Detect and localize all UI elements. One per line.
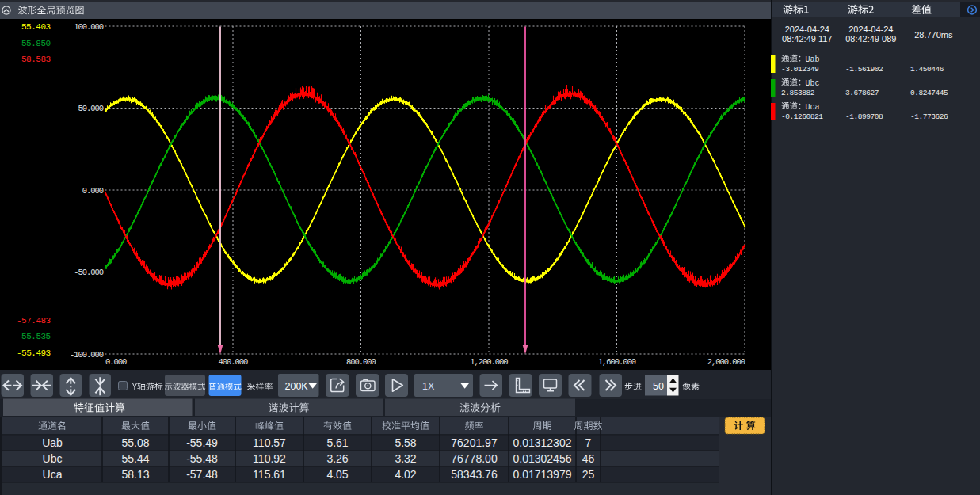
svg-text:4.02: 4.02	[395, 468, 416, 481]
svg-text:55.44: 55.44	[121, 452, 149, 465]
svg-text:-0.1260821: -0.1260821	[781, 112, 823, 121]
svg-text:58343.76: 58343.76	[451, 468, 498, 481]
svg-text:-57.48: -57.48	[186, 468, 218, 481]
svg-text:Uca: Uca	[806, 103, 820, 112]
svg-text:-28.770ms: -28.770ms	[912, 30, 953, 40]
svg-text:46: 46	[582, 452, 595, 465]
svg-text:-1.773626: -1.773626	[910, 112, 948, 121]
svg-text:-55.493: -55.493	[17, 348, 51, 358]
svg-text:0.01713979: 0.01713979	[513, 468, 572, 481]
svg-text:58.583: 58.583	[21, 55, 51, 64]
svg-text:0.000: 0.000	[82, 186, 104, 196]
svg-text:55.08: 55.08	[121, 436, 149, 449]
svg-text:Ubc: Ubc	[43, 452, 63, 465]
svg-text:7: 7	[585, 436, 592, 449]
svg-text:1X: 1X	[422, 381, 435, 392]
svg-text:3.26: 3.26	[326, 452, 348, 465]
svg-text:Uab: Uab	[42, 436, 63, 449]
svg-text:1,200.000: 1,200.000	[470, 357, 508, 367]
svg-text:-100.000: -100.000	[70, 350, 104, 360]
svg-text:2024-04-24: 2024-04-24	[785, 25, 829, 34]
svg-text:3.678627: 3.678627	[845, 89, 879, 97]
svg-text:55.850: 55.850	[21, 39, 51, 48]
svg-text:50: 50	[653, 381, 664, 392]
svg-text:400.000: 400.000	[219, 357, 249, 367]
svg-text:-55.535: -55.535	[17, 332, 51, 341]
svg-text:2.853882: 2.853882	[781, 89, 815, 97]
svg-text:-50.000: -50.000	[74, 268, 104, 277]
svg-text:Uca: Uca	[43, 468, 63, 481]
svg-text:25: 25	[582, 468, 595, 481]
svg-text:1.450446: 1.450446	[910, 65, 944, 74]
svg-text:3.32: 3.32	[395, 452, 416, 465]
svg-text:58.13: 58.13	[121, 468, 149, 481]
svg-text:55.403: 55.403	[21, 22, 51, 32]
svg-text:-3.012349: -3.012349	[781, 65, 819, 74]
svg-text:50.000: 50.000	[78, 104, 103, 113]
svg-text:800.000: 800.000	[346, 357, 376, 367]
svg-text:-1.899708: -1.899708	[845, 112, 883, 121]
svg-text:200K: 200K	[285, 381, 309, 392]
svg-text:0.01302456: 0.01302456	[513, 452, 572, 465]
svg-text:100.000: 100.000	[74, 22, 104, 32]
svg-text:5.58: 5.58	[395, 436, 416, 449]
svg-text:-55.49: -55.49	[186, 436, 218, 449]
svg-text:4.05: 4.05	[326, 468, 348, 481]
svg-text:0.000: 0.000	[105, 357, 127, 367]
svg-text:110.57: 110.57	[253, 436, 286, 449]
svg-text:2024-04-24: 2024-04-24	[848, 25, 893, 34]
svg-text:76778.00: 76778.00	[451, 452, 498, 465]
svg-text:-57.483: -57.483	[17, 316, 51, 326]
svg-text:0.01312302: 0.01312302	[513, 436, 572, 449]
svg-text:08:42:49 089: 08:42:49 089	[845, 34, 896, 44]
svg-text:0.8247445: 0.8247445	[910, 89, 948, 97]
svg-text:-55.48: -55.48	[186, 452, 218, 465]
svg-text:-1.561902: -1.561902	[845, 65, 883, 74]
svg-text:1,600.000: 1,600.000	[598, 357, 636, 367]
svg-text:08:42:49 117: 08:42:49 117	[782, 34, 832, 44]
svg-text:Uab: Uab	[806, 55, 820, 64]
svg-text:2,000.000: 2,000.000	[707, 357, 745, 367]
svg-text:76201.97: 76201.97	[451, 436, 498, 449]
svg-text:5.61: 5.61	[326, 436, 348, 449]
svg-text:Ubc: Ubc	[806, 79, 820, 88]
svg-text:115.61: 115.61	[253, 468, 286, 481]
svg-text:110.92: 110.92	[253, 452, 286, 465]
